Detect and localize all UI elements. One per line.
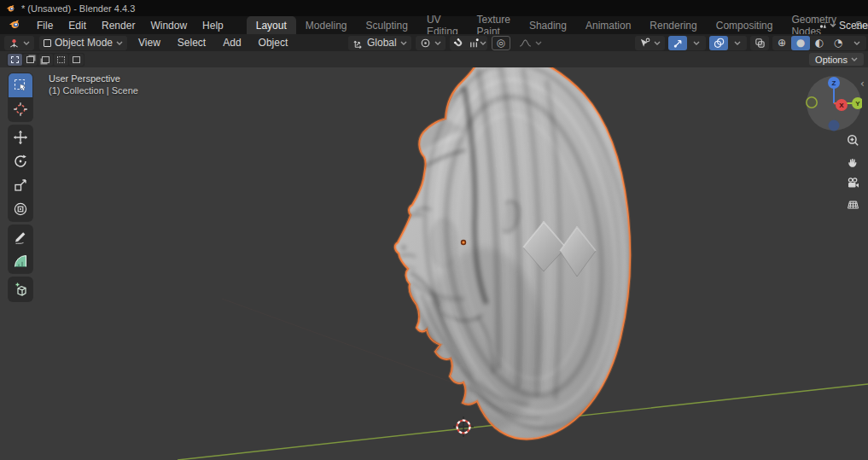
- move-tool[interactable]: [9, 125, 32, 149]
- medallion-head-model[interactable]: [395, 67, 650, 440]
- menu-object[interactable]: Object: [253, 37, 294, 49]
- mode-selector[interactable]: Object Mode: [39, 36, 127, 50]
- camera-view-button[interactable]: [843, 173, 862, 192]
- tab-animation[interactable]: Animation: [576, 16, 640, 34]
- shading-dropdown[interactable]: [848, 36, 866, 50]
- gizmo-axis-x[interactable]: X: [836, 99, 848, 111]
- editor-type-icon: [9, 38, 20, 49]
- chevron-down-icon: [400, 41, 407, 45]
- blender-menu-logo-icon[interactable]: [8, 18, 21, 32]
- select-mode-extend-button[interactable]: [23, 54, 38, 66]
- sidebar-toggle-arrow[interactable]: ‹: [860, 78, 865, 90]
- wireframe-shading-button[interactable]: ⊕: [772, 36, 791, 50]
- menu-select[interactable]: Select: [172, 37, 212, 49]
- orientation-label: Global: [367, 37, 397, 49]
- viewport-nav-icons: [843, 131, 862, 213]
- proportional-falloff-selector[interactable]: [515, 36, 546, 50]
- chevron-down-icon: [830, 23, 836, 27]
- tab-shading[interactable]: Shading: [520, 16, 576, 34]
- menu-file[interactable]: File: [29, 16, 61, 34]
- 3d-viewport[interactable]: User Perspective (1) Collection | Scene: [0, 67, 868, 460]
- options-button[interactable]: Options: [809, 53, 864, 66]
- 3d-cursor: [453, 416, 474, 437]
- menu-add[interactable]: Add: [217, 37, 247, 49]
- material-preview-shading-button[interactable]: ◐: [810, 36, 829, 50]
- scale-tool[interactable]: [9, 173, 32, 197]
- tab-modeling[interactable]: Modeling: [296, 16, 357, 34]
- snapping-group: [450, 36, 487, 50]
- show-gizmo-toggle[interactable]: [668, 36, 687, 50]
- overlays-group: [709, 36, 747, 50]
- scale-icon: [13, 178, 28, 193]
- select-mode-intersect-button[interactable]: [69, 54, 84, 66]
- select-mode-group: [7, 53, 84, 67]
- tab-uv-editing[interactable]: UV Editing: [417, 16, 468, 34]
- show-overlays-toggle[interactable]: [709, 36, 728, 50]
- chevron-down-icon: [480, 41, 486, 45]
- rotate-tool[interactable]: [9, 149, 32, 173]
- tab-sculpting[interactable]: Sculpting: [357, 16, 417, 34]
- toggle-ortho-button[interactable]: [843, 195, 862, 213]
- scene-selector[interactable]: Scene: [819, 16, 868, 34]
- tab-texture-paint[interactable]: Texture Paint: [468, 16, 520, 34]
- snap-target-selector[interactable]: [469, 36, 487, 50]
- chevron-down-icon: [693, 41, 700, 45]
- chevron-down-icon: [434, 41, 441, 45]
- object-origin-dot: [462, 241, 466, 245]
- overlays-icon: [714, 38, 725, 49]
- gizmo-dropdown[interactable]: [687, 36, 706, 50]
- gizmo-axis-neg-z[interactable]: [829, 120, 840, 131]
- scene-name: Scene: [839, 20, 868, 32]
- menubar: File Edit Render Window Help Layout Mode…: [0, 16, 868, 34]
- gizmo-group: [668, 36, 706, 50]
- menu-edit[interactable]: Edit: [61, 16, 94, 34]
- xray-toggle[interactable]: [750, 36, 769, 50]
- xray-icon: [754, 38, 766, 49]
- overlays-dropdown[interactable]: [728, 36, 747, 50]
- select-mode-invert-button[interactable]: [54, 54, 68, 66]
- tab-compositing[interactable]: Compositing: [707, 16, 783, 34]
- menu-view[interactable]: View: [132, 37, 166, 49]
- menu-window[interactable]: Window: [143, 16, 195, 34]
- chevron-down-icon: [734, 41, 741, 45]
- tab-rendering[interactable]: Rendering: [640, 16, 706, 34]
- transform-orientation-selector[interactable]: Global: [348, 36, 411, 50]
- rendered-shading-button[interactable]: ◔: [829, 36, 848, 50]
- snap-toggle[interactable]: [450, 36, 469, 50]
- mode-label: Object Mode: [55, 37, 113, 49]
- object-visibility-selector[interactable]: [635, 36, 665, 50]
- svg-text:Z: Z: [832, 79, 836, 87]
- chevron-down-icon: [851, 57, 858, 61]
- navigation-gizmo[interactable]: Z Y X: [806, 75, 862, 131]
- chevron-down-icon: [535, 41, 542, 45]
- gizmo-axis-neg-y[interactable]: [807, 97, 817, 108]
- editor-type-button[interactable]: [4, 36, 34, 50]
- solid-shading-button[interactable]: ●: [791, 36, 810, 50]
- pivot-point-selector[interactable]: [416, 36, 446, 50]
- perspective-grid-icon: [847, 198, 859, 211]
- cursor-tool[interactable]: [9, 97, 32, 121]
- select-mode-set-button[interactable]: [8, 54, 22, 66]
- menu-help[interactable]: Help: [195, 16, 231, 34]
- viewport-overlay-text: User Perspective (1) Collection | Scene: [49, 73, 138, 96]
- object-mode-icon: [44, 39, 51, 47]
- chevron-down-icon: [116, 41, 123, 45]
- hand-icon: [847, 155, 859, 168]
- blender-window: * (Unsaved) - Blender 4.4.3 File Edit Re…: [0, 0, 868, 460]
- zoom-button[interactable]: [843, 131, 862, 149]
- chevron-down-icon: [853, 41, 860, 45]
- tab-layout[interactable]: Layout: [247, 16, 296, 34]
- falloff-curve-icon: [519, 39, 532, 47]
- annotate-tool[interactable]: [9, 225, 32, 249]
- gizmo-axis-z[interactable]: Z: [828, 77, 840, 89]
- blender-logo-icon: [6, 3, 15, 13]
- chevron-down-icon: [654, 41, 661, 45]
- select-box-tool[interactable]: [9, 73, 32, 97]
- menu-render[interactable]: Render: [94, 16, 143, 34]
- measure-tool[interactable]: [9, 249, 32, 273]
- pan-button[interactable]: [843, 152, 862, 171]
- select-mode-subtract-button[interactable]: [38, 54, 53, 66]
- add-cube-tool[interactable]: [9, 277, 32, 301]
- proportional-editing-toggle[interactable]: ◎: [492, 36, 510, 50]
- transform-tool[interactable]: [9, 197, 32, 221]
